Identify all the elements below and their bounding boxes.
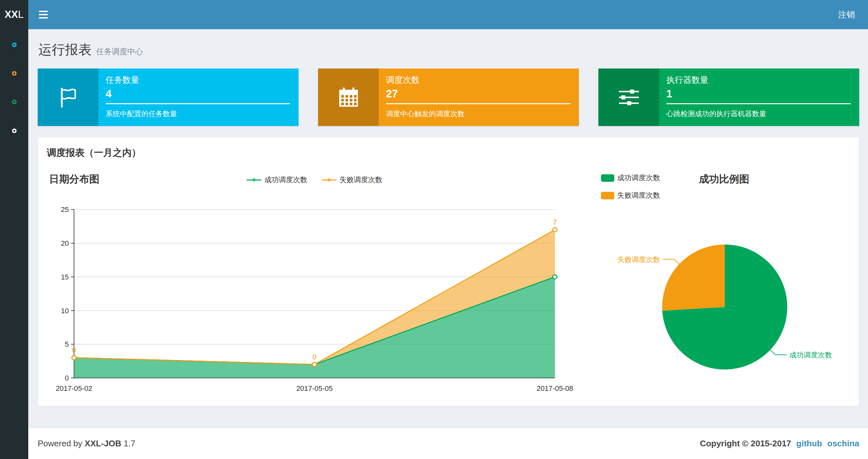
navbar-right-area: 注销 — [28, 0, 868, 29]
sidebar-toggle-button[interactable] — [28, 0, 59, 29]
powered-by-text: Powered by XXL-JOB 1.7 — [38, 438, 135, 449]
svg-text:0: 0 — [65, 374, 69, 382]
info-box-value: 4 — [105, 88, 290, 100]
info-box-body: 任务数量 4 系统中配置的任务数量 — [98, 68, 299, 126]
info-box-label: 执行器数量 — [666, 74, 851, 86]
info-box-jobs: 任务数量 4 系统中配置的任务数量 — [38, 68, 299, 126]
page-header: 运行报表 任务调度中心 — [28, 29, 868, 59]
info-box-executors: 执行器数量 1 心跳检测成功的执行器机器数量 — [598, 68, 859, 126]
info-box-value: 1 — [666, 88, 851, 100]
svg-text:2017-05-02: 2017-05-02 — [56, 384, 92, 392]
brand-name: XXL-JOB — [85, 438, 122, 448]
github-link[interactable]: github — [796, 438, 822, 449]
app-logo-bold: XX — [4, 9, 18, 21]
svg-text:0: 0 — [72, 346, 76, 354]
info-box-label: 任务数量 — [105, 74, 290, 86]
app-logo-rest: L — [18, 9, 24, 21]
xxl-job-dashboard: XXL 注销 运行报表 任务调度中心 — [0, 0, 868, 459]
svg-text:10: 10 — [61, 307, 68, 315]
info-box-value: 27 — [386, 88, 570, 100]
svg-text:7: 7 — [553, 218, 557, 226]
info-box-description: 调度中心触发的调度次数 — [386, 109, 570, 119]
hamburger-icon — [39, 11, 48, 12]
info-box-row: 任务数量 4 系统中配置的任务数量 调度次数 27 — [38, 68, 859, 126]
oschina-link[interactable]: oschina — [827, 438, 859, 449]
svg-text:失败调度次数: 失败调度次数 — [617, 256, 660, 264]
info-box-body: 执行器数量 1 心跳检测成功的执行器机器数量 — [659, 68, 859, 126]
info-box-body: 调度次数 27 调度中心触发的调度次数 — [379, 68, 579, 126]
svg-text:2017-05-08: 2017-05-08 — [537, 384, 573, 392]
circle-icon — [12, 100, 17, 104]
circle-icon — [12, 71, 17, 76]
hamburger-icon — [39, 17, 48, 19]
info-box-progress-line — [386, 103, 570, 104]
svg-text:20: 20 — [61, 239, 68, 248]
info-box-triggers: 调度次数 27 调度中心触发的调度次数 — [318, 68, 579, 126]
page-subtitle: 任务调度中心 — [96, 46, 143, 57]
info-box-description: 心跳检测成功的执行器机器数量 — [666, 109, 851, 119]
main-content: 运行报表 任务调度中心 任务数量 4 系统中配置的任务数量 — [28, 29, 868, 459]
charts-canvas: 05101520252017-05-022017-05-052017-05-08… — [38, 137, 859, 406]
svg-text:成功调度次数: 成功调度次数 — [789, 351, 832, 359]
info-box-description: 系统中配置的任务数量 — [105, 109, 290, 119]
circle-icon — [12, 42, 17, 47]
calendar-icon — [318, 68, 379, 126]
page-title: 运行报表 — [38, 41, 92, 59]
svg-text:0: 0 — [312, 353, 316, 361]
app-logo[interactable]: XXL — [0, 0, 28, 29]
svg-text:2017-05-05: 2017-05-05 — [296, 384, 333, 392]
copyright-text: Copyright © 2015-2017 — [700, 438, 791, 449]
footer: Powered by XXL-JOB 1.7 Copyright © 2015-… — [28, 427, 868, 459]
circle-icon — [12, 129, 17, 133]
report-panel: 调度报表（一月之内） 日期分布图 成功调度次数 失败调度次数 — [38, 137, 859, 406]
sidebar-item-jobs[interactable] — [0, 66, 28, 80]
svg-text:5: 5 — [65, 340, 69, 348]
info-box-label: 调度次数 — [386, 74, 570, 86]
sidebar-item-executors[interactable] — [0, 124, 28, 138]
logout-link[interactable]: 注销 — [825, 0, 868, 29]
top-navbar: XXL 注销 — [0, 0, 868, 29]
sidebar-item-logs[interactable] — [0, 95, 28, 109]
sidebar — [0, 29, 28, 459]
svg-text:25: 25 — [61, 205, 68, 214]
copyright-area: Copyright © 2015-2017 github oschina — [700, 438, 859, 449]
flag-icon — [38, 68, 98, 126]
sidebar-item-report[interactable] — [0, 38, 28, 52]
sliders-icon — [598, 68, 659, 126]
info-box-progress-line — [105, 103, 290, 104]
info-box-progress-line — [666, 103, 851, 104]
hamburger-icon — [39, 14, 48, 15]
svg-text:15: 15 — [61, 273, 68, 281]
